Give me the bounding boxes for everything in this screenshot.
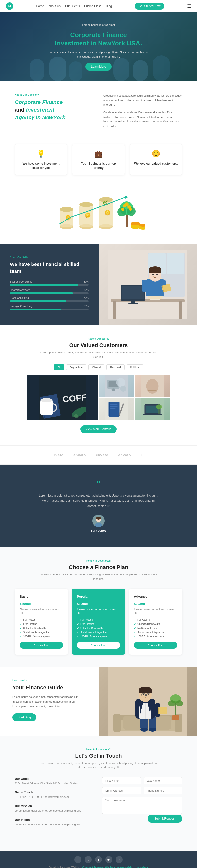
svg-text:🪙: 🪙 — [85, 212, 91, 218]
plan-btn-advance[interactable]: Choose Plan — [134, 642, 177, 649]
svg-rect-129 — [172, 715, 179, 720]
contact-tag: Need to know more? — [10, 748, 187, 751]
guide-cta-button[interactable]: Start Blog — [12, 713, 36, 721]
email-input[interactable] — [102, 787, 141, 794]
svg-point-28 — [129, 208, 132, 211]
tab-clinical[interactable]: Clinical — [88, 364, 105, 370]
svg-point-127 — [168, 700, 175, 706]
portfolio-tabs: All Digital Info Clinical Personal Polit… — [15, 364, 182, 370]
hero-section: Lorem ipsum dolor sit amet Corporate Fin… — [0, 12, 197, 81]
plan-feature-popular-1: Free Hosting — [77, 623, 120, 625]
svg-point-73 — [116, 378, 125, 387]
plan-feature-advance-1: Unlimited Bandwidth — [134, 623, 177, 625]
svg-marker-19 — [125, 195, 128, 199]
plan-desc-advance: Also recommended as lorem more ut elit. — [134, 608, 177, 615]
plan-feature-basic-4: 100GB of storage space — [20, 635, 63, 638]
nav-link-pricing[interactable]: Pricing Plans — [84, 4, 102, 8]
plan-price-popular: $89/mo — [77, 599, 120, 606]
skill-item-0: Business Consulting 87% — [10, 280, 89, 286]
feature-card-1: 💼 Your Business is our top priority — [72, 144, 124, 175]
first-name-input[interactable] — [102, 777, 141, 784]
plan-feature-popular-0: Full Access — [77, 619, 120, 621]
svg-rect-43 — [122, 286, 144, 299]
skill-item-1: Financial Advisory 80% — [10, 288, 89, 294]
plan-feature-basic-2: Unlimited Bandwidth — [20, 627, 63, 629]
svg-rect-52 — [149, 270, 161, 273]
social-facebook-icon[interactable]: f — [74, 856, 81, 863]
tab-digital[interactable]: Digital Info — [66, 364, 86, 370]
portfolio-item-2 — [135, 375, 170, 397]
svg-rect-0 — [30, 59, 44, 81]
last-name-input[interactable] — [144, 777, 182, 784]
portfolio-item-3 — [99, 398, 134, 421]
social-linkedin-icon[interactable]: in — [95, 856, 102, 863]
logo[interactable]: M — [6, 2, 13, 10]
pricing-title: Choose a Finance Plan — [10, 564, 187, 570]
svg-rect-80 — [109, 402, 120, 417]
message-textarea[interactable] — [102, 797, 182, 814]
pricing-card-popular: Popular $89/mo Also recommended as lorem… — [72, 589, 125, 655]
portfolio-item-1 — [99, 375, 134, 397]
svg-rect-123 — [158, 708, 167, 714]
guide-person-illustration — [98, 667, 197, 736]
svg-rect-111 — [145, 703, 146, 718]
social-music-icon[interactable]: ♪ — [116, 856, 123, 863]
plan-btn-popular[interactable]: Choose Plan — [77, 642, 120, 649]
pricing-card-advance: Advance $99/mo Also recommended as lorem… — [129, 589, 182, 655]
svg-rect-41 — [179, 301, 182, 318]
contact-touch-text: P: +1 (123) 456 7890 E: hello@example.co… — [15, 795, 95, 799]
tab-political[interactable]: Political — [126, 364, 143, 370]
svg-rect-124 — [158, 708, 159, 714]
tab-all[interactable]: All — [54, 364, 64, 370]
about-tag: About Our Company — [15, 93, 93, 96]
guide-right — [98, 667, 197, 736]
plan-feature-popular-2: Unlimited Bandwidth — [77, 627, 120, 629]
footer-social: f t in g+ ♪ — [10, 856, 187, 863]
tab-personal[interactable]: Personal — [106, 364, 124, 370]
portfolio-description: Lorem ipsum dolor sit amet, consectetur … — [39, 350, 158, 359]
feature-title-0: We have some investment ideas for you. — [19, 162, 63, 170]
portfolio-section: Recent Our Works Our Valued Customers Lo… — [0, 325, 197, 445]
hamburger-icon[interactable]: ☰ — [187, 3, 191, 9]
skill-item-2: Brand Consulting 72% — [10, 297, 89, 302]
contact-mission-text: Lorem ipsum dolor sit amet, consectetur … — [15, 809, 95, 813]
about-para1: Creative malesuada labore. Duis euismod … — [104, 93, 182, 107]
social-twitter-icon[interactable]: t — [85, 856, 92, 863]
nav-link-clients[interactable]: Our Clients — [65, 4, 80, 8]
nav-link-about[interactable]: About Us — [49, 4, 61, 8]
social-google-icon[interactable]: g+ — [105, 856, 112, 863]
testimonial-section: " Lorem ipsum dolor sit amet, consectetu… — [0, 465, 197, 548]
skill-pct-2: 72% — [84, 297, 89, 300]
contact-item-touch: Get In Touch P: +1 (123) 456 7890 E: hel… — [15, 790, 95, 799]
svg-point-107 — [140, 727, 148, 732]
svg-rect-82 — [110, 404, 118, 405]
coffee-illustration: COFFEE — [39, 376, 86, 420]
plan-btn-basic[interactable]: Choose Plan — [20, 642, 63, 649]
portfolio-tag: Recent Our Works — [15, 338, 182, 340]
portfolio-item-4 — [135, 398, 170, 421]
partner-music: ♪ — [141, 453, 143, 457]
nav-link-blog[interactable]: Blog — [106, 4, 112, 8]
nav-cta-button[interactable]: Get Started Now — [135, 3, 165, 9]
navbar: M Home About Us Our Clients Pricing Plan… — [0, 0, 197, 12]
contact-item-office: Our Office 1234 Street Address City, Sta… — [15, 777, 95, 786]
view-more-portfolio-button[interactable]: View More Portfolio — [80, 425, 117, 433]
submit-button[interactable]: Submit Request — [147, 815, 182, 823]
guide-illustration — [108, 667, 187, 736]
skills-section: Check Our Skills We have best financial … — [0, 244, 197, 325]
svg-rect-62 — [40, 400, 53, 415]
nav-link-home[interactable]: Home — [36, 4, 44, 8]
phone-input[interactable] — [144, 787, 182, 794]
plan-feature-basic-1: Free Hosting — [20, 623, 63, 625]
guide-tag: How It Works — [12, 679, 86, 682]
hero-cta-button[interactable]: Learn More — [85, 63, 111, 70]
testimonial-quote: Lorem ipsum dolor sit amet, consectetur … — [37, 493, 160, 509]
svg-point-74 — [120, 386, 126, 392]
contact-info: Our Office 1234 Street Address City, Sta… — [15, 777, 95, 832]
svg-rect-20 — [125, 214, 128, 227]
partner-envato-2: envato — [96, 453, 108, 457]
svg-rect-77 — [148, 390, 157, 391]
svg-point-12 — [79, 202, 93, 207]
skills-title: We have best financial skilled team. — [10, 261, 89, 275]
plan-name-popular: Popular — [77, 595, 120, 598]
